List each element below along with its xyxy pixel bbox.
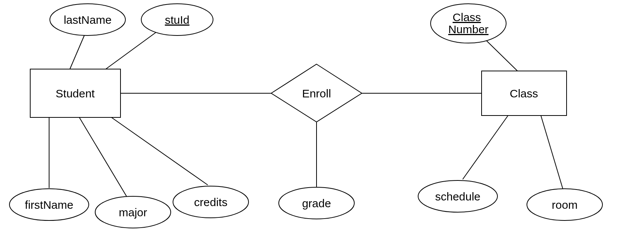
edge-class-classNumber xyxy=(483,38,517,71)
edge-student-credits xyxy=(111,117,208,185)
entity-student-label: Student xyxy=(56,87,95,100)
attr-grade-label: grade xyxy=(302,197,331,210)
attr-schedule-label: schedule xyxy=(435,190,480,203)
entity-class-label: Class xyxy=(510,87,538,100)
edge-student-stuId xyxy=(106,31,158,69)
attr-firstName-label: firstName xyxy=(25,199,73,211)
attr-room-label: room xyxy=(552,199,578,211)
edge-student-major xyxy=(79,117,127,196)
er-diagram: Student Class Enroll lastName stuId firs… xyxy=(0,0,644,245)
attr-major-label: major xyxy=(119,206,147,219)
relationship-enroll-label: Enroll xyxy=(302,87,331,100)
edge-class-schedule xyxy=(463,116,508,179)
attr-stuId-label: stuId xyxy=(165,14,189,26)
edge-class-room xyxy=(541,116,563,189)
attr-credits-label: credits xyxy=(194,196,227,208)
attr-classNumber-label: Class Number xyxy=(448,11,489,35)
attr-lastName-label: lastName xyxy=(64,14,112,26)
